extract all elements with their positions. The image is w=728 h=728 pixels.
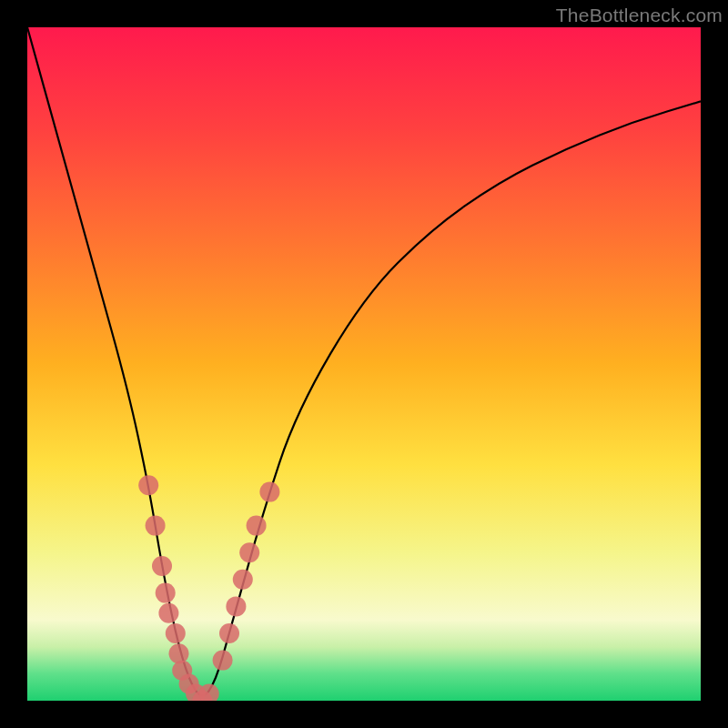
marker-dot [259, 482, 279, 502]
marker-dot [233, 570, 253, 590]
marker-dot [166, 623, 186, 643]
marker-dot [138, 475, 158, 495]
marker-dot [247, 516, 267, 536]
chart-frame: TheBottleneck.com [0, 0, 728, 728]
curve-svg [27, 27, 701, 701]
bottleneck-curve [27, 27, 701, 695]
marker-dot [158, 603, 178, 623]
marker-dot [146, 516, 166, 536]
marker-dot [239, 542, 259, 562]
marker-dot [219, 623, 239, 643]
plot-area [27, 27, 701, 701]
marker-dot [169, 643, 189, 663]
highlighted-points [138, 475, 279, 701]
marker-dot [226, 596, 246, 616]
watermark-text: TheBottleneck.com [556, 5, 723, 26]
marker-dot [213, 651, 233, 671]
marker-dot [152, 556, 172, 576]
marker-dot [156, 583, 176, 603]
